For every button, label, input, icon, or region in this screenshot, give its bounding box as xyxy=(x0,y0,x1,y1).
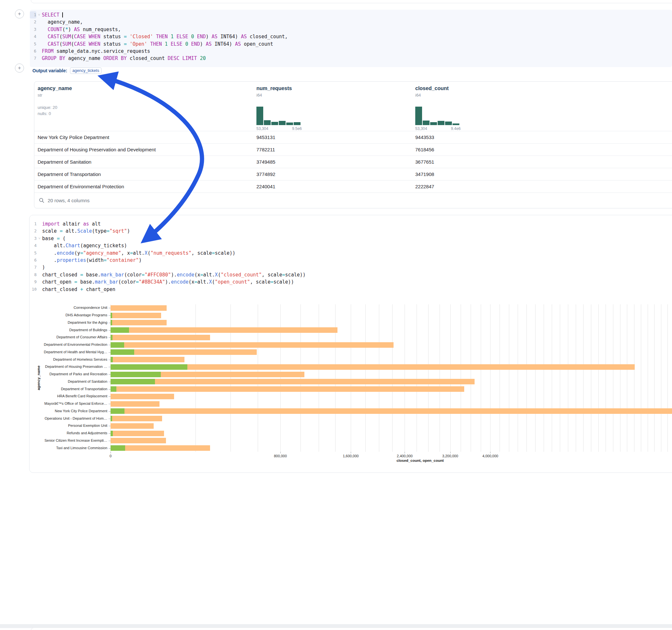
code-text: agency_name, xyxy=(42,19,83,26)
table-cell: Department of Environmental Protection xyxy=(38,180,124,193)
code-token: chart_closed xyxy=(42,287,80,292)
line-number: 4 xyxy=(30,33,36,40)
line-number: 3 xyxy=(30,26,36,33)
code-text: CAST(SUM(CASE WHEN status = 'Open' THEN … xyxy=(42,41,273,48)
table-row[interactable]: Department of Housing Preservation and D… xyxy=(34,143,672,155)
bar-closed xyxy=(111,305,167,311)
code-token: 1 xyxy=(165,41,168,47)
code-line: 8chart_closed = base.mark_bar(color="#FF… xyxy=(30,271,672,278)
table-cell: 3677651 xyxy=(415,156,434,168)
chevron-down-icon[interactable]: ˅ xyxy=(37,235,42,242)
table-row[interactable]: Department of Environmental Protection22… xyxy=(34,180,672,193)
code-line: 2scale = alt.Scale(type="sqrt") xyxy=(30,227,672,235)
y-axis-title: agency_name xyxy=(37,366,41,390)
bar-open xyxy=(111,416,112,421)
code-token: "num_requests" xyxy=(150,250,191,256)
code-token: CAST xyxy=(48,41,59,47)
chevron-down-icon[interactable]: ˅ xyxy=(36,11,42,19)
code-token: ) xyxy=(200,41,206,47)
line-number: 2 xyxy=(30,19,36,26)
gridline xyxy=(509,304,509,452)
code-token: ( xyxy=(71,34,74,40)
gridline xyxy=(490,304,490,452)
code-token: closed_count, xyxy=(247,34,288,40)
histogram-bar xyxy=(430,122,437,125)
code-token: sample_data.nyc.service_requests xyxy=(53,48,150,54)
code-token xyxy=(194,34,197,40)
code-token: ( xyxy=(59,236,66,241)
code-token: encode xyxy=(57,250,74,256)
code-token: "container" xyxy=(107,257,139,263)
code-text: .encode(y="agency_name", x=alt.X("num_re… xyxy=(42,249,235,257)
search-icon[interactable] xyxy=(39,198,44,203)
output-variable-pill[interactable]: agency_tickets xyxy=(70,67,101,74)
histogram-max-label: 9.4e6 xyxy=(451,126,461,131)
histogram-axis: 53,3049.5e6 xyxy=(257,126,302,131)
x-axis-title: closed_count, open_count xyxy=(397,459,444,462)
code-token: = xyxy=(142,272,145,278)
python-code-editor[interactable]: 1import altair as alt2scale = alt.Scale(… xyxy=(30,220,672,293)
code-token xyxy=(162,41,165,47)
gridline xyxy=(544,304,544,452)
code-token: LIMIT xyxy=(183,55,197,61)
code-line: 9chart_open = base.mark_bar(color="#8BC3… xyxy=(30,278,672,286)
code-token: = xyxy=(107,228,110,234)
column-type: i64 xyxy=(257,93,396,98)
bar-open xyxy=(111,431,113,436)
code-token: ( xyxy=(62,27,65,32)
code-token: WHEN xyxy=(89,41,100,47)
code-token: base. xyxy=(77,279,95,285)
bar-closed xyxy=(111,357,185,362)
column-type: i64 xyxy=(415,93,555,98)
table-row[interactable]: New York City Police Department945313194… xyxy=(34,131,672,143)
add-cell-button[interactable]: + xyxy=(15,64,24,73)
code-token: status xyxy=(100,34,124,40)
table-cell: 9453131 xyxy=(257,131,275,143)
bar-closed xyxy=(111,320,167,325)
y-tick-label: Department of Buildings xyxy=(29,328,107,332)
code-token: ELSE xyxy=(176,34,188,40)
code-token xyxy=(42,27,48,32)
code-token: encode xyxy=(171,279,188,285)
code-token xyxy=(42,41,48,47)
line-number: 5 xyxy=(30,41,36,48)
code-token: base. xyxy=(83,272,100,278)
code-token: = xyxy=(194,279,197,285)
next-cell-edge xyxy=(31,627,672,630)
code-token xyxy=(86,34,89,40)
code-line: 6 .properties(width="container") xyxy=(30,257,672,264)
table-cell: Department of Sanitation xyxy=(38,156,91,168)
sql-code-editor[interactable]: 1˅SELECT2 agency_name,3 COUNT(*) AS num_… xyxy=(30,10,672,67)
y-tick-label: Senior Citizen Rent Increase Exempti… xyxy=(29,438,107,442)
code-token: = xyxy=(124,41,127,47)
code-token: ) xyxy=(139,257,142,263)
bar-closed xyxy=(111,445,210,451)
table-cell: 2222847 xyxy=(415,180,434,193)
code-token: scale)) xyxy=(285,272,306,278)
x-tick-label: 800,000 xyxy=(266,454,295,458)
code-token: COUNT xyxy=(48,27,62,32)
gridline xyxy=(560,304,560,452)
code-token: alt. xyxy=(63,228,77,234)
table-cell: 7618456 xyxy=(415,144,434,155)
x-tick xyxy=(450,452,451,453)
column-header[interactable]: closed_counti6453,3049.4e6 xyxy=(415,86,555,98)
column-header[interactable]: num_requestsi6453,3049.5e6 xyxy=(257,86,396,98)
code-token: = xyxy=(130,250,133,256)
bar-open xyxy=(111,386,116,392)
table-row[interactable]: Department of Transportation377489234719… xyxy=(34,168,672,180)
bar-closed xyxy=(111,386,464,392)
code-token: ELSE xyxy=(170,41,182,47)
column-header[interactable]: agency_namestrunique: 20nulls: 0 xyxy=(38,86,177,98)
x-tick-label: 0 xyxy=(96,454,125,458)
code-token: ( xyxy=(147,250,150,256)
code-token: Scale xyxy=(77,228,92,234)
line-number: 7 xyxy=(30,55,36,62)
histogram-bar xyxy=(438,121,445,125)
line-number: 3 xyxy=(30,235,37,242)
gridline xyxy=(634,304,634,452)
add-cell-button[interactable]: + xyxy=(15,9,24,19)
gridline xyxy=(231,304,231,452)
bar-open xyxy=(111,327,129,333)
table-row[interactable]: Department of Sanitation37494853677651 xyxy=(34,155,672,168)
